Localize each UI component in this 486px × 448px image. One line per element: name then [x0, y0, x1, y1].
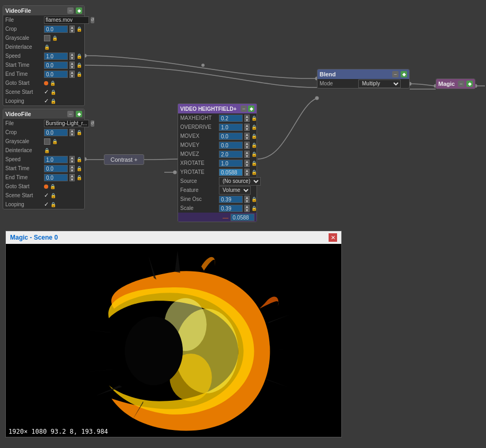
hf-bottom-value[interactable]: 0.0588 — [231, 214, 254, 221]
blend-activate[interactable]: ◆ — [401, 71, 407, 77]
vf2-speed-up[interactable]: ▲ — [69, 156, 75, 160]
videofile2-crop-value[interactable]: 0.0 — [44, 129, 68, 136]
videofile1-crop-spin[interactable]: ▲ ▼ — [69, 25, 75, 33]
videofile2-scenestart-check[interactable]: ✓ — [44, 192, 49, 199]
hf-movez-lock[interactable]: 🔒 — [251, 152, 257, 157]
endtime-up[interactable]: ▲ — [69, 71, 75, 74]
videofile1-gotostart-dot[interactable] — [44, 81, 48, 85]
vf2-starttime-down[interactable]: ▼ — [69, 169, 75, 172]
videofile2-grayscale-check[interactable] — [44, 138, 50, 145]
hf-bottom-minus[interactable]: — — [223, 214, 228, 221]
videofile2-looping-check[interactable]: ✓ — [44, 201, 49, 208]
videofile1-speed-lock[interactable]: 🔒 — [76, 54, 82, 59]
videofile2-starttime-value[interactable]: 0.0 — [44, 165, 68, 172]
videofile2-grayscale-lock[interactable]: 🔒 — [52, 139, 58, 144]
hf-scale-value[interactable]: 0.39 — [219, 205, 243, 212]
videofile1-starttime-spin[interactable]: ▲ ▼ — [69, 62, 75, 69]
heightfield-minimize[interactable]: – — [241, 106, 247, 112]
videofile2-activate[interactable]: ◆ — [76, 111, 82, 117]
videofile2-speed-value[interactable]: 1.0 — [44, 156, 68, 163]
videofile1-speed-spin[interactable]: ▲ ▼ — [69, 52, 75, 60]
videofile1-endtime-value[interactable]: 0.0 — [44, 71, 68, 78]
vf2-starttime-up[interactable]: ▲ — [69, 165, 75, 169]
videofile2-gotostart-dot[interactable] — [44, 185, 48, 189]
hf-sineosc-spin[interactable]: ▲ ▼ — [244, 196, 250, 203]
hf-overdrive-lock[interactable]: 🔒 — [251, 125, 257, 130]
videofile1-scenestart-check[interactable]: ✓ — [44, 89, 49, 95]
hf-scale-lock[interactable]: 🔒 — [251, 206, 257, 211]
hf-maxheight-value[interactable]: 0.2 — [219, 115, 243, 122]
hf-movey-spin[interactable]: ▲ ▼ — [244, 142, 250, 149]
heightfield-activate[interactable]: ◆ — [248, 106, 254, 112]
vf2-endtime-down[interactable]: ▼ — [69, 178, 75, 181]
crop-up[interactable]: ▲ — [69, 25, 75, 29]
videofile2-speed-spin[interactable]: ▲ ▼ — [69, 156, 75, 163]
hf-scale-spin[interactable]: ▲ ▼ — [244, 205, 250, 212]
videofile2-starttime-lock[interactable]: 🔒 — [76, 166, 82, 171]
starttime-down[interactable]: ▼ — [69, 65, 75, 69]
hf-sineosc-value[interactable]: 0.39 — [219, 196, 243, 203]
hf-xrotate-lock[interactable]: 🔒 — [251, 161, 257, 166]
hf-maxheight-lock[interactable]: 🔒 — [251, 116, 257, 121]
videofile1-starttime-lock[interactable]: 🔒 — [76, 63, 82, 68]
videofile1-crop-lock[interactable]: 🔒 — [76, 27, 82, 32]
preview-close-button[interactable]: ✕ — [329, 233, 337, 242]
videofile1-grayscale-lock[interactable]: 🔒 — [52, 36, 58, 41]
magic-activate[interactable]: ◆ — [466, 81, 473, 87]
hf-movex-spin[interactable]: ▲ ▼ — [244, 133, 250, 140]
hf-xrotate-spin[interactable]: ▲ ▼ — [244, 160, 250, 167]
hf-source-dropdown[interactable]: (No source) — [219, 177, 261, 186]
hf-movez-spin[interactable]: ▲ ▼ — [244, 151, 250, 158]
vf2-speed-down[interactable]: ▼ — [69, 160, 75, 163]
videofile1-crop-value[interactable]: 0.0 — [44, 25, 68, 33]
vf2-endtime-up[interactable]: ▲ — [69, 174, 75, 178]
videofile2-endtime-spin[interactable]: ▲ ▼ — [69, 174, 75, 181]
videofile1-deinterlace-lock[interactable]: 🔒 — [44, 45, 50, 50]
vf2-crop-up[interactable]: ▲ — [69, 129, 75, 133]
videofile1-minimize[interactable]: – — [67, 7, 74, 14]
endtime-down[interactable]: ▼ — [69, 74, 75, 78]
videofile2-speed-lock[interactable]: 🔒 — [76, 157, 82, 162]
videofile2-file-input[interactable] — [44, 120, 89, 127]
videofile2-gotostart-lock[interactable]: 🔒 — [50, 184, 56, 189]
videofile1-endtime-spin[interactable]: ▲ ▼ — [69, 71, 75, 78]
hf-movey-value[interactable]: 0.0 — [219, 142, 243, 149]
videofile1-looping-check[interactable]: ✓ — [44, 98, 49, 104]
videofile2-endtime-lock[interactable]: 🔒 — [76, 175, 82, 180]
hf-yrotate-value[interactable]: 0.0588 — [219, 169, 243, 176]
blend-mode-dropdown[interactable]: Multiply — [358, 80, 401, 88]
blend-minimize[interactable]: – — [392, 71, 399, 77]
videofile1-activate[interactable]: ◆ — [76, 7, 82, 14]
hf-movez-value[interactable]: 2.0 — [219, 151, 243, 158]
videofile2-endtime-value[interactable]: 0.0 — [44, 174, 68, 181]
videofile1-reload[interactable]: ↺ — [91, 17, 94, 23]
hf-movex-lock[interactable]: 🔒 — [251, 134, 257, 139]
hf-yrotate-lock[interactable]: 🔒 — [251, 170, 257, 175]
crop-down[interactable]: ▼ — [69, 29, 75, 33]
speed-down[interactable]: ▼ — [69, 56, 75, 60]
vf2-crop-down[interactable]: ▼ — [69, 133, 75, 136]
videofile2-crop-lock[interactable]: 🔒 — [76, 130, 82, 135]
videofile1-starttime-value[interactable]: 0.0 — [44, 62, 68, 69]
hf-sineosc-lock[interactable]: 🔒 — [251, 197, 257, 202]
hf-overdrive-value[interactable]: 1.0 — [219, 124, 243, 131]
hf-xrotate-value[interactable]: 1.0 — [219, 160, 243, 167]
hf-feature-dropdown[interactable]: Volume — [219, 186, 251, 195]
hf-movex-value[interactable]: 0.0 — [219, 133, 243, 140]
videofile2-starttime-spin[interactable]: ▲ ▼ — [69, 165, 75, 172]
hf-movey-lock[interactable]: 🔒 — [251, 143, 257, 148]
videofile2-deinterlace-lock[interactable]: 🔒 — [44, 148, 50, 153]
videofile1-looping-lock[interactable]: 🔒 — [50, 99, 56, 104]
videofile2-minimize[interactable]: – — [67, 111, 74, 117]
videofile2-looping-lock[interactable]: 🔒 — [50, 202, 56, 207]
videofile1-endtime-lock[interactable]: 🔒 — [76, 72, 82, 77]
contrast-node[interactable]: Contrast + — [104, 154, 144, 165]
speed-up[interactable]: ▲ — [69, 52, 75, 56]
starttime-up[interactable]: ▲ — [69, 62, 75, 65]
videofile2-scenestart-lock[interactable]: 🔒 — [50, 193, 56, 198]
hf-maxheight-spin[interactable]: ▲ ▼ — [244, 115, 250, 122]
videofile1-gotostart-lock[interactable]: 🔒 — [50, 81, 56, 86]
videofile1-grayscale-check[interactable] — [44, 35, 50, 41]
hf-yrotate-spin[interactable]: ▲ ▼ — [244, 169, 250, 176]
videofile2-crop-spin[interactable]: ▲ ▼ — [69, 129, 75, 136]
